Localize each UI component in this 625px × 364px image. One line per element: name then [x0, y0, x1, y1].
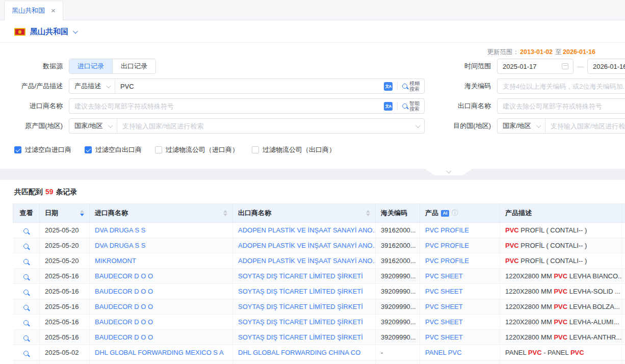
exporter-link[interactable]: SOYTAŞ DIŞ TİCARET LİMİTED ŞİRKETİ	[238, 318, 363, 326]
cell-view	[13, 315, 40, 330]
product-search-input[interactable]	[115, 79, 384, 93]
checkbox-unchecked-icon[interactable]	[155, 146, 162, 153]
exporter-link[interactable]: ADOPEN PLASTİK VE İNŞAAT SANAYİ ANO...	[238, 242, 376, 249]
cell-stub	[622, 284, 625, 299]
exporter-link[interactable]: SOYTAŞ DIŞ TİCARET LİMİTED ŞİRKETİ	[238, 272, 363, 280]
view-record-icon[interactable]	[23, 305, 29, 310]
sort-importer-control[interactable]	[219, 210, 227, 216]
view-record-icon[interactable]	[23, 320, 29, 325]
checkbox-checked-icon[interactable]	[14, 146, 21, 153]
product-link[interactable]: PVC SHEET	[425, 303, 463, 310]
exporter-link[interactable]: SOYTAŞ DIŞ TİCARET LİMİTED ŞİRKETİ	[238, 288, 363, 295]
importer-link[interactable]: MIKROMONT	[95, 257, 136, 265]
view-record-icon[interactable]	[23, 228, 29, 233]
product-link[interactable]: PVC SHEET	[425, 333, 463, 341]
view-record-icon[interactable]	[23, 351, 29, 356]
date-start-value[interactable]	[498, 59, 562, 73]
calendar-icon	[562, 63, 568, 69]
filter-checkbox[interactable]: 过滤空白进口商	[14, 145, 71, 154]
product-link[interactable]: PVC PROFILE	[425, 257, 469, 265]
date-end-value[interactable]	[588, 59, 625, 73]
product-link[interactable]: PANEL PVC	[425, 349, 462, 356]
description-text: 1220X2800 MM	[505, 333, 554, 341]
cell-stub	[622, 299, 625, 315]
view-record-icon[interactable]	[23, 335, 29, 341]
highlighted-term: PVC	[505, 257, 519, 265]
tab-montenegro[interactable]: 黑山共和国 ×	[4, 1, 63, 20]
importer-link[interactable]: BAUDECOR D O O	[95, 303, 153, 310]
checkbox-label: 过滤空白出口商	[95, 145, 142, 154]
exporter-link[interactable]: DHL GLOBAL FORWARDING CHINA CO	[238, 349, 360, 356]
date-end-input[interactable]	[587, 59, 625, 74]
highlighted-term: PVC	[570, 349, 584, 356]
importer-link[interactable]: BAUDECOR D O O	[95, 333, 153, 341]
origin-country-input[interactable]	[117, 119, 413, 133]
cell-exporter: ADOPEN PLASTİK VE İNŞAAT SANAYİ ANO...	[233, 223, 376, 238]
importer-link[interactable]: DVA DRUGA S S	[95, 242, 145, 249]
exporter-link[interactable]: SOYTAŞ DIŞ TİCARET LİMİTED ŞİRKETİ	[238, 303, 363, 310]
cell-hs-code: 39209990...	[376, 299, 420, 315]
search-icon	[402, 84, 407, 89]
smart-search-button[interactable]: 智能搜索	[402, 100, 424, 112]
column-importer[interactable]: 进口商名称	[90, 204, 233, 223]
origin-country-label: 原产国(地区)	[0, 121, 69, 131]
cell-description: PVC PROFİL ( CONTALI-- )	[500, 223, 622, 238]
view-record-icon[interactable]	[23, 274, 29, 279]
column-exporter[interactable]: 出口商名称	[233, 204, 376, 223]
product-link[interactable]: PVC PROFILE	[425, 226, 469, 234]
view-record-icon[interactable]	[23, 244, 29, 249]
table-row: 2025-05-20MIKROMONTADOPEN PLASTİK VE İNŞ…	[13, 253, 625, 269]
highlighted-term: PVC	[554, 333, 567, 341]
view-record-icon[interactable]	[23, 259, 29, 264]
montenegro-flag-icon	[14, 28, 25, 36]
cell-date: 2025-05-16	[40, 269, 90, 284]
time-range-label: 时间范围	[444, 62, 497, 71]
exporter-link[interactable]: ADOPEN PLASTİK VE İNŞAAT SANAYİ ANO...	[238, 226, 376, 234]
importer-link[interactable]: DVA DRUGA S S	[95, 226, 145, 234]
filter-checkbox[interactable]: 过滤物流公司（进口商）	[155, 145, 239, 154]
product-label: 产品/产品描述	[0, 82, 69, 91]
hs-code-input[interactable]	[498, 79, 625, 93]
sort-exporter-control[interactable]	[362, 210, 370, 216]
country-selector[interactable]: 黑山共和国	[0, 20, 625, 43]
fuzzy-search-button[interactable]: 模糊搜索	[402, 81, 424, 92]
origin-region-select[interactable]: 国家/地区	[69, 119, 117, 133]
product-link[interactable]: PVC SHEET	[425, 318, 463, 326]
filter-checkbox[interactable]: 过滤物流公司（出口商）	[252, 145, 335, 154]
destination-country-input[interactable]	[545, 119, 625, 133]
results-panel: 共匹配到59条记录 查看 日期 进口商名称	[0, 180, 625, 364]
sort-date-control[interactable]	[76, 210, 84, 216]
info-icon[interactable]: ⓘ	[452, 209, 458, 218]
destination-region-select[interactable]: 国家/地区	[498, 119, 545, 133]
tab-import-records[interactable]: 进口记录	[69, 59, 112, 73]
importer-link[interactable]: BAUDECOR D O O	[95, 318, 153, 326]
translate-icon[interactable]: 文A	[384, 102, 393, 111]
data-source-label: 数据源	[0, 62, 69, 71]
product-link[interactable]: PVC PROFILE	[425, 242, 469, 249]
importer-link[interactable]: BAUDECOR D O O	[95, 272, 153, 280]
exporter-link[interactable]: ADOPEN PLASTİK VE İNŞAAT SANAYİ ANO...	[238, 257, 376, 265]
translate-icon[interactable]: 文A	[384, 82, 393, 91]
cell-description: 1220X2800 MM PVC LEVHA BIANCO...	[500, 269, 622, 284]
column-date[interactable]: 日期	[40, 204, 90, 223]
product-link[interactable]: PVC SHEET	[425, 272, 463, 280]
importer-label: 进口商名称	[0, 101, 69, 111]
exporter-name-input[interactable]	[498, 99, 625, 113]
description-text: LEVHA-ALUMI...	[567, 318, 619, 326]
product-type-select[interactable]: 产品描述	[69, 79, 115, 93]
importer-link[interactable]: DHL GLOBAL FORWARDING MEXICO S A	[95, 349, 224, 356]
importer-link[interactable]: BAUDECOR D O O	[95, 288, 153, 295]
filter-checkbox[interactable]: 过滤空白出口商	[85, 145, 142, 154]
checkbox-unchecked-icon[interactable]	[252, 146, 259, 153]
highlighted-term: PVC	[528, 349, 542, 356]
cell-exporter: ADOPEN PLASTİK VE İNŞAAT SANAYİ ANO...	[233, 253, 376, 269]
product-link[interactable]: PVC SHEET	[425, 288, 463, 295]
exporter-link[interactable]: SOYTAŞ DIŞ TİCARET LİMİTED ŞİRKETİ	[238, 333, 363, 341]
date-start-input[interactable]	[497, 59, 574, 74]
country-name: 黑山共和国	[30, 27, 68, 37]
checkbox-checked-icon[interactable]	[85, 146, 92, 153]
tab-export-records[interactable]: 出口记录	[112, 59, 155, 73]
view-record-icon[interactable]	[23, 290, 29, 295]
tab-close-icon[interactable]: ×	[51, 7, 56, 14]
importer-name-input[interactable]	[69, 99, 384, 113]
